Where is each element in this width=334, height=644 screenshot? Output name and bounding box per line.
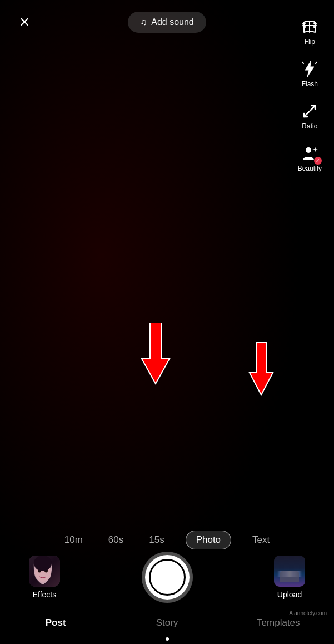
beautify-icon: ✓ — [300, 143, 320, 164]
svg-point-4 — [306, 147, 311, 153]
close-button[interactable]: ✕ — [13, 11, 36, 33]
beautify-label: Beautify — [298, 165, 322, 172]
ratio-icon — [300, 101, 320, 121]
annotation-arrow-photo — [139, 323, 172, 392]
watermark: A annotely.com — [286, 609, 330, 617]
svg-line-1 — [316, 62, 317, 63]
tab-story[interactable]: Story — [111, 613, 222, 633]
mode-selector: 10m 60s 15s Photo Text — [0, 531, 334, 549]
upload-label: Upload — [277, 590, 302, 599]
flash-label: Flash — [302, 80, 318, 88]
shutter-button[interactable] — [145, 555, 190, 600]
flash-icon — [300, 59, 320, 79]
effects-label: Effects — [33, 590, 57, 599]
add-sound-label: Add sound — [151, 17, 194, 27]
mode-10m[interactable]: 10m — [60, 532, 87, 548]
header: ✕ ♫ Add sound — [0, 0, 334, 44]
close-icon: ✕ — [19, 14, 30, 30]
car-body-decoration — [280, 571, 299, 582]
ratio-control[interactable]: Ratio — [296, 96, 323, 136]
svg-marker-7 — [250, 342, 273, 395]
mode-text[interactable]: Text — [248, 532, 274, 548]
mode-photo[interactable]: Photo — [186, 531, 231, 549]
flash-control[interactable]: Flash — [296, 53, 323, 93]
annotation-arrow-upload — [247, 342, 275, 400]
effects-thumbnail — [29, 556, 60, 587]
mode-60s[interactable]: 60s — [104, 532, 128, 548]
mode-15s[interactable]: 15s — [144, 532, 168, 548]
flip-control[interactable]: Flip — [296, 11, 323, 51]
add-sound-button[interactable]: ♫ Add sound — [128, 12, 206, 33]
right-controls: Flip Flash Ratio — [295, 11, 325, 178]
beautify-control[interactable]: ✓ Beautify — [295, 138, 325, 178]
upload-button[interactable]: Upload — [267, 556, 312, 599]
effects-button[interactable]: Effects — [22, 556, 67, 599]
beautify-check-badge: ✓ — [314, 157, 322, 165]
shutter-inner — [149, 559, 186, 596]
tab-active-indicator — [166, 637, 169, 641]
flip-icon — [300, 17, 320, 37]
ratio-label: Ratio — [302, 122, 317, 130]
bottom-controls: Effects Upload — [0, 555, 334, 600]
tab-bar: Post Story Templates — [0, 613, 334, 633]
svg-marker-6 — [142, 323, 170, 384]
svg-line-0 — [302, 62, 303, 63]
svg-point-13 — [34, 557, 52, 568]
flip-label: Flip — [305, 38, 315, 46]
tab-post[interactable]: Post — [0, 613, 111, 633]
music-icon: ♫ — [140, 17, 147, 27]
upload-thumbnail — [274, 556, 305, 587]
